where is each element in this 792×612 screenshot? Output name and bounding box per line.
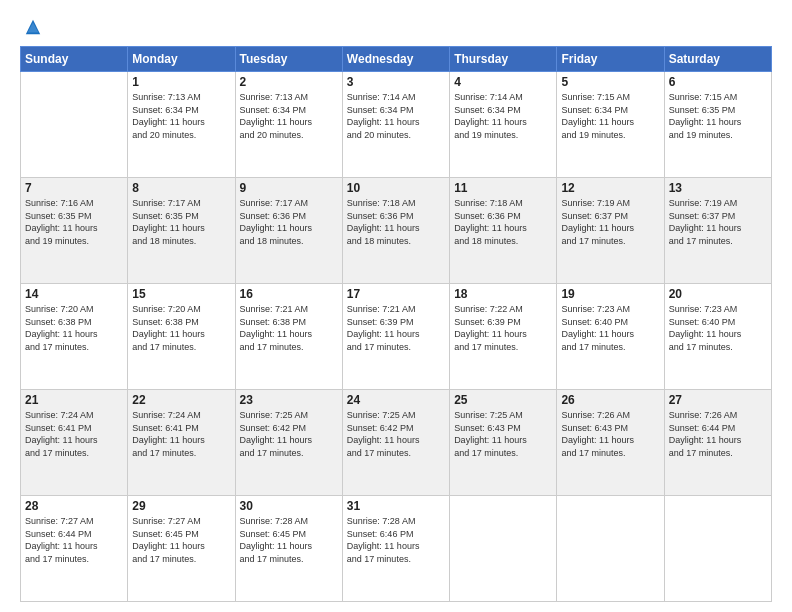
day-cell-5: 5Sunrise: 7:15 AM Sunset: 6:34 PM Daylig…: [557, 72, 664, 178]
day-number: 2: [240, 75, 338, 89]
day-info: Sunrise: 7:22 AM Sunset: 6:39 PM Dayligh…: [454, 303, 552, 353]
day-number: 4: [454, 75, 552, 89]
day-info: Sunrise: 7:21 AM Sunset: 6:38 PM Dayligh…: [240, 303, 338, 353]
day-info: Sunrise: 7:13 AM Sunset: 6:34 PM Dayligh…: [132, 91, 230, 141]
day-info: Sunrise: 7:27 AM Sunset: 6:44 PM Dayligh…: [25, 515, 123, 565]
day-info: Sunrise: 7:26 AM Sunset: 6:43 PM Dayligh…: [561, 409, 659, 459]
day-info: Sunrise: 7:14 AM Sunset: 6:34 PM Dayligh…: [454, 91, 552, 141]
day-cell-31: 31Sunrise: 7:28 AM Sunset: 6:46 PM Dayli…: [342, 496, 449, 602]
weekday-header-thursday: Thursday: [450, 47, 557, 72]
day-info: Sunrise: 7:17 AM Sunset: 6:36 PM Dayligh…: [240, 197, 338, 247]
day-number: 24: [347, 393, 445, 407]
day-cell-22: 22Sunrise: 7:24 AM Sunset: 6:41 PM Dayli…: [128, 390, 235, 496]
day-number: 12: [561, 181, 659, 195]
week-row-4: 21Sunrise: 7:24 AM Sunset: 6:41 PM Dayli…: [21, 390, 772, 496]
week-row-5: 28Sunrise: 7:27 AM Sunset: 6:44 PM Dayli…: [21, 496, 772, 602]
day-info: Sunrise: 7:14 AM Sunset: 6:34 PM Dayligh…: [347, 91, 445, 141]
day-number: 29: [132, 499, 230, 513]
day-info: Sunrise: 7:25 AM Sunset: 6:42 PM Dayligh…: [347, 409, 445, 459]
day-cell-12: 12Sunrise: 7:19 AM Sunset: 6:37 PM Dayli…: [557, 178, 664, 284]
day-number: 30: [240, 499, 338, 513]
day-cell-19: 19Sunrise: 7:23 AM Sunset: 6:40 PM Dayli…: [557, 284, 664, 390]
day-info: Sunrise: 7:16 AM Sunset: 6:35 PM Dayligh…: [25, 197, 123, 247]
day-cell-27: 27Sunrise: 7:26 AM Sunset: 6:44 PM Dayli…: [664, 390, 771, 496]
day-info: Sunrise: 7:17 AM Sunset: 6:35 PM Dayligh…: [132, 197, 230, 247]
day-cell-3: 3Sunrise: 7:14 AM Sunset: 6:34 PM Daylig…: [342, 72, 449, 178]
day-number: 27: [669, 393, 767, 407]
day-info: Sunrise: 7:20 AM Sunset: 6:38 PM Dayligh…: [132, 303, 230, 353]
day-number: 16: [240, 287, 338, 301]
week-row-1: 1Sunrise: 7:13 AM Sunset: 6:34 PM Daylig…: [21, 72, 772, 178]
day-cell-15: 15Sunrise: 7:20 AM Sunset: 6:38 PM Dayli…: [128, 284, 235, 390]
day-info: Sunrise: 7:13 AM Sunset: 6:34 PM Dayligh…: [240, 91, 338, 141]
day-info: Sunrise: 7:15 AM Sunset: 6:35 PM Dayligh…: [669, 91, 767, 141]
day-info: Sunrise: 7:23 AM Sunset: 6:40 PM Dayligh…: [669, 303, 767, 353]
day-number: 21: [25, 393, 123, 407]
day-info: Sunrise: 7:20 AM Sunset: 6:38 PM Dayligh…: [25, 303, 123, 353]
day-info: Sunrise: 7:23 AM Sunset: 6:40 PM Dayligh…: [561, 303, 659, 353]
day-cell-8: 8Sunrise: 7:17 AM Sunset: 6:35 PM Daylig…: [128, 178, 235, 284]
day-number: 13: [669, 181, 767, 195]
weekday-header-monday: Monday: [128, 47, 235, 72]
day-info: Sunrise: 7:27 AM Sunset: 6:45 PM Dayligh…: [132, 515, 230, 565]
day-number: 22: [132, 393, 230, 407]
logo: [20, 18, 42, 36]
day-info: Sunrise: 7:19 AM Sunset: 6:37 PM Dayligh…: [669, 197, 767, 247]
day-cell-7: 7Sunrise: 7:16 AM Sunset: 6:35 PM Daylig…: [21, 178, 128, 284]
day-info: Sunrise: 7:15 AM Sunset: 6:34 PM Dayligh…: [561, 91, 659, 141]
day-info: Sunrise: 7:24 AM Sunset: 6:41 PM Dayligh…: [25, 409, 123, 459]
day-cell-30: 30Sunrise: 7:28 AM Sunset: 6:45 PM Dayli…: [235, 496, 342, 602]
day-cell-1: 1Sunrise: 7:13 AM Sunset: 6:34 PM Daylig…: [128, 72, 235, 178]
weekday-header-wednesday: Wednesday: [342, 47, 449, 72]
day-info: Sunrise: 7:25 AM Sunset: 6:42 PM Dayligh…: [240, 409, 338, 459]
day-number: 5: [561, 75, 659, 89]
empty-cell: [450, 496, 557, 602]
calendar-table: SundayMondayTuesdayWednesdayThursdayFrid…: [20, 46, 772, 602]
empty-cell: [21, 72, 128, 178]
day-number: 6: [669, 75, 767, 89]
day-cell-29: 29Sunrise: 7:27 AM Sunset: 6:45 PM Dayli…: [128, 496, 235, 602]
empty-cell: [664, 496, 771, 602]
day-number: 23: [240, 393, 338, 407]
day-info: Sunrise: 7:24 AM Sunset: 6:41 PM Dayligh…: [132, 409, 230, 459]
day-cell-16: 16Sunrise: 7:21 AM Sunset: 6:38 PM Dayli…: [235, 284, 342, 390]
week-row-3: 14Sunrise: 7:20 AM Sunset: 6:38 PM Dayli…: [21, 284, 772, 390]
day-number: 10: [347, 181, 445, 195]
day-number: 26: [561, 393, 659, 407]
day-cell-6: 6Sunrise: 7:15 AM Sunset: 6:35 PM Daylig…: [664, 72, 771, 178]
weekday-header-tuesday: Tuesday: [235, 47, 342, 72]
weekday-header-friday: Friday: [557, 47, 664, 72]
day-info: Sunrise: 7:18 AM Sunset: 6:36 PM Dayligh…: [454, 197, 552, 247]
day-number: 19: [561, 287, 659, 301]
day-cell-2: 2Sunrise: 7:13 AM Sunset: 6:34 PM Daylig…: [235, 72, 342, 178]
day-number: 7: [25, 181, 123, 195]
day-cell-24: 24Sunrise: 7:25 AM Sunset: 6:42 PM Dayli…: [342, 390, 449, 496]
day-info: Sunrise: 7:28 AM Sunset: 6:46 PM Dayligh…: [347, 515, 445, 565]
day-number: 28: [25, 499, 123, 513]
day-cell-20: 20Sunrise: 7:23 AM Sunset: 6:40 PM Dayli…: [664, 284, 771, 390]
day-cell-13: 13Sunrise: 7:19 AM Sunset: 6:37 PM Dayli…: [664, 178, 771, 284]
day-cell-18: 18Sunrise: 7:22 AM Sunset: 6:39 PM Dayli…: [450, 284, 557, 390]
empty-cell: [557, 496, 664, 602]
weekday-header-row: SundayMondayTuesdayWednesdayThursdayFrid…: [21, 47, 772, 72]
day-cell-25: 25Sunrise: 7:25 AM Sunset: 6:43 PM Dayli…: [450, 390, 557, 496]
day-cell-4: 4Sunrise: 7:14 AM Sunset: 6:34 PM Daylig…: [450, 72, 557, 178]
day-info: Sunrise: 7:25 AM Sunset: 6:43 PM Dayligh…: [454, 409, 552, 459]
day-number: 11: [454, 181, 552, 195]
day-info: Sunrise: 7:28 AM Sunset: 6:45 PM Dayligh…: [240, 515, 338, 565]
day-cell-23: 23Sunrise: 7:25 AM Sunset: 6:42 PM Dayli…: [235, 390, 342, 496]
day-number: 25: [454, 393, 552, 407]
day-cell-11: 11Sunrise: 7:18 AM Sunset: 6:36 PM Dayli…: [450, 178, 557, 284]
day-number: 31: [347, 499, 445, 513]
day-cell-21: 21Sunrise: 7:24 AM Sunset: 6:41 PM Dayli…: [21, 390, 128, 496]
day-info: Sunrise: 7:21 AM Sunset: 6:39 PM Dayligh…: [347, 303, 445, 353]
header: [20, 18, 772, 36]
weekday-header-saturday: Saturday: [664, 47, 771, 72]
day-number: 15: [132, 287, 230, 301]
day-info: Sunrise: 7:18 AM Sunset: 6:36 PM Dayligh…: [347, 197, 445, 247]
day-number: 9: [240, 181, 338, 195]
day-number: 14: [25, 287, 123, 301]
day-number: 1: [132, 75, 230, 89]
day-number: 17: [347, 287, 445, 301]
day-cell-14: 14Sunrise: 7:20 AM Sunset: 6:38 PM Dayli…: [21, 284, 128, 390]
